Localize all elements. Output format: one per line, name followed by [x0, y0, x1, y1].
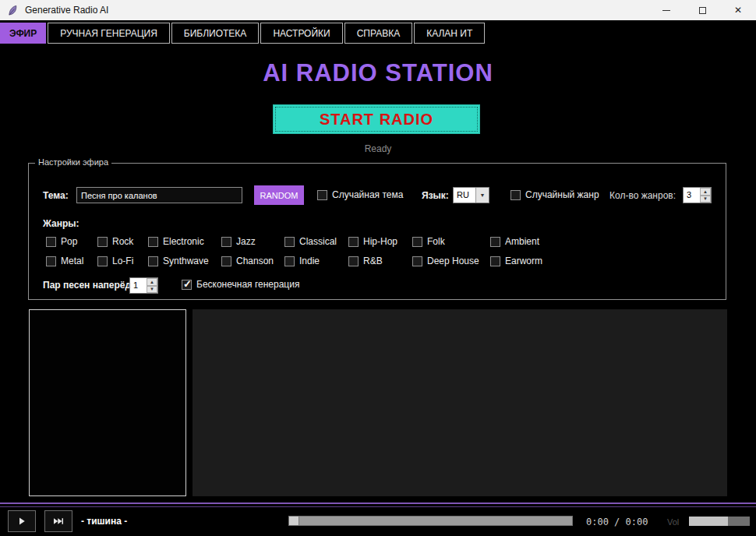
close-button[interactable]: ✕ — [720, 0, 756, 20]
maximize-button[interactable] — [684, 0, 720, 20]
language-label: Язык: — [422, 190, 449, 201]
player-bar: - тишина - 0:00 / 0:00 Vol — [0, 507, 756, 536]
track-title: - тишина - — [81, 516, 127, 527]
window-controls: ✕ — [648, 0, 756, 20]
checkbox-icon — [348, 256, 359, 266]
spinner-down-icon[interactable]: ▼ — [147, 286, 157, 294]
dropdown-arrow-icon[interactable]: ▼ — [475, 188, 489, 203]
volume-slider[interactable] — [689, 517, 750, 526]
genre-checkbox-chanson[interactable]: Chanson — [221, 256, 284, 266]
checkbox-icon — [317, 190, 327, 200]
checkbox-icon — [221, 237, 231, 247]
group-title: Настройки эфира — [35, 157, 111, 167]
window-titlebar: Generative Radio AI ✕ — [0, 0, 756, 20]
skip-button[interactable] — [44, 510, 72, 532]
spinner-down-icon[interactable]: ▼ — [700, 196, 711, 203]
checkbox-icon — [490, 237, 500, 247]
genre-checkbox-synthwave[interactable]: Synthwave — [148, 256, 221, 266]
lookahead-value: 1 — [130, 278, 147, 293]
checkbox-icon — [284, 256, 295, 266]
checkbox-icon — [221, 256, 231, 266]
checkbox-checked-icon — [182, 280, 192, 290]
genre-row-2: Metal Lo-Fi Synthwave Chanson Indie R&B … — [46, 256, 718, 266]
genre-checkbox-folk[interactable]: Folk — [412, 236, 490, 247]
genre-checkbox-deephouse[interactable]: Deep House — [412, 256, 490, 266]
progress-bar[interactable] — [288, 516, 573, 526]
checkbox-icon — [348, 237, 359, 247]
window-title: Generative Radio AI — [25, 5, 108, 16]
checkbox-icon — [510, 190, 521, 200]
start-radio-button[interactable]: START RADIO — [273, 104, 480, 134]
checkbox-icon — [148, 237, 158, 247]
play-icon — [17, 517, 26, 526]
app-feather-icon — [7, 5, 19, 16]
genre-checkbox-lofi[interactable]: Lo-Fi — [97, 256, 148, 266]
tab-help[interactable]: СПРАВКА — [344, 23, 413, 44]
play-button[interactable] — [8, 510, 36, 532]
genre-row-1: Pop Rock Electronic Jazz Classical Hip-H… — [46, 236, 718, 247]
genre-checkbox-ambient[interactable]: Ambient — [490, 236, 718, 247]
checkbox-icon — [412, 237, 422, 247]
checkbox-icon — [490, 256, 500, 266]
maximize-icon — [699, 7, 706, 14]
tab-manual-generation[interactable]: РУЧНАЯ ГЕНЕРАЦИЯ — [48, 23, 170, 44]
genre-checkbox-indie[interactable]: Indie — [284, 256, 348, 266]
checkbox-icon — [284, 237, 295, 247]
genre-checkbox-rock[interactable]: Rock — [97, 236, 148, 247]
random-theme-checkbox[interactable]: Случайная тема — [317, 189, 403, 200]
genre-checkbox-earworm[interactable]: Earworm — [490, 256, 718, 266]
checkbox-icon — [148, 256, 158, 266]
minimize-button[interactable] — [648, 0, 684, 20]
genre-checkbox-rnb[interactable]: R&B — [348, 256, 412, 266]
genre-checkbox-metal[interactable]: Metal — [46, 256, 97, 266]
infinite-generation-checkbox[interactable]: Бесконечная генерация — [182, 279, 299, 290]
volume-fill — [689, 517, 728, 526]
checkbox-icon — [412, 256, 422, 266]
checkbox-icon — [97, 237, 108, 247]
tab-settings[interactable]: НАСТРОЙКИ — [260, 23, 342, 44]
status-text: Ready — [0, 143, 756, 154]
genre-count-label: Кол-во жанров: — [609, 190, 676, 201]
skip-icon — [53, 517, 64, 526]
progress-handle[interactable] — [289, 517, 299, 525]
genre-checkbox-jazz[interactable]: Jazz — [221, 236, 284, 247]
random-button[interactable]: RANDOM — [254, 185, 304, 205]
lookahead-label: Пар песен наперёд: — [43, 280, 134, 291]
language-select[interactable]: RU ▼ — [453, 187, 489, 203]
theme-label: Тема: — [43, 190, 69, 201]
spinner-up-icon[interactable]: ▲ — [700, 188, 711, 196]
language-value: RU — [454, 188, 475, 203]
tab-library[interactable]: БИБЛИОТЕКА — [171, 23, 260, 44]
spinner-up-icon[interactable]: ▲ — [147, 278, 157, 286]
tab-efir[interactable]: ЭФИР — [0, 23, 46, 44]
lookahead-spinner[interactable]: 1 ▲ ▼ — [129, 277, 158, 294]
genre-count-spinner[interactable]: 3 ▲ ▼ — [683, 187, 712, 203]
minimize-icon — [662, 10, 670, 11]
display-panel — [193, 309, 727, 496]
genre-checkbox-pop[interactable]: Pop — [46, 236, 97, 247]
checkbox-icon — [46, 256, 56, 266]
volume-label: Vol — [667, 517, 679, 527]
genre-count-value: 3 — [684, 188, 700, 203]
genre-checkbox-classical[interactable]: Classical — [284, 236, 348, 247]
checkbox-icon — [46, 237, 56, 247]
tab-bar: ЭФИР РУЧНАЯ ГЕНЕРАЦИЯ БИБЛИОТЕКА НАСТРОЙ… — [0, 20, 756, 44]
time-display: 0:00 / 0:00 — [586, 517, 648, 527]
genre-checkbox-hiphop[interactable]: Hip-Hop — [348, 236, 412, 247]
app-window: Generative Radio AI ✕ ЭФИР РУЧНАЯ ГЕНЕРА… — [0, 0, 756, 536]
theme-input[interactable] — [76, 187, 242, 203]
random-genre-checkbox[interactable]: Случайный жанр — [510, 189, 599, 200]
checkbox-icon — [97, 256, 108, 266]
close-icon: ✕ — [734, 5, 742, 16]
broadcast-settings-group: Настройки эфира Тема: RANDOM Случайная т… — [28, 163, 726, 300]
genre-checkbox-electronic[interactable]: Electronic — [148, 236, 221, 247]
playlist-panel[interactable] — [29, 309, 186, 496]
page-title: AI RADIO STATION — [0, 59, 756, 87]
tab-kalan-it[interactable]: КАЛАН ИТ — [414, 23, 485, 44]
genres-label: Жанры: — [43, 218, 79, 229]
